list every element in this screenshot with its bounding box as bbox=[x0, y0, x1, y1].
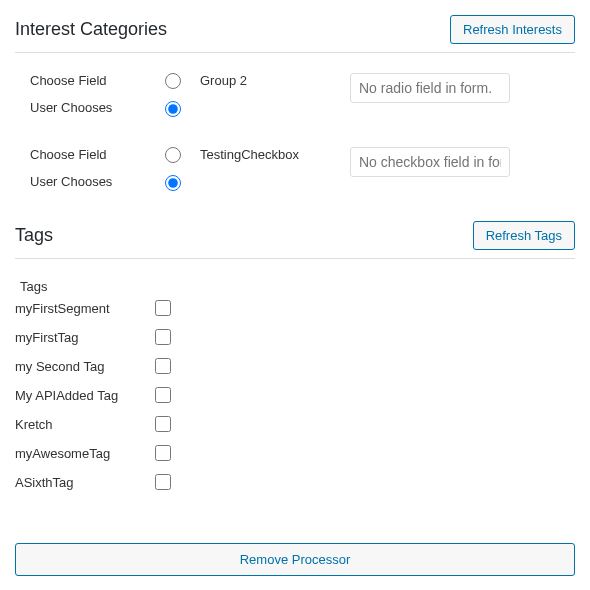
tag-label: ASixthTag bbox=[15, 475, 155, 490]
tags-section: Tags myFirstSegmentmyFirstTagmy Second T… bbox=[15, 279, 575, 490]
user-chooses-radio[interactable] bbox=[165, 101, 181, 117]
tag-row: ASixthTag bbox=[15, 474, 575, 490]
tag-checkbox[interactable] bbox=[155, 329, 171, 345]
tag-label: myFirstSegment bbox=[15, 301, 155, 316]
tag-checkbox[interactable] bbox=[155, 300, 171, 316]
tag-checkbox[interactable] bbox=[155, 445, 171, 461]
field-select-input[interactable] bbox=[350, 147, 510, 177]
tag-row: myFirstSegment bbox=[15, 300, 575, 316]
radio-column bbox=[165, 147, 200, 191]
interest-group: Choose Field User Chooses TestingCheckbo… bbox=[15, 147, 575, 191]
label-column: Choose Field User Chooses bbox=[30, 147, 165, 189]
interest-title: Interest Categories bbox=[15, 19, 167, 40]
tags-title: Tags bbox=[15, 225, 53, 246]
refresh-interests-button[interactable]: Refresh Interests bbox=[450, 15, 575, 44]
interest-header: Interest Categories Refresh Interests bbox=[15, 15, 575, 53]
tag-label: myFirstTag bbox=[15, 330, 155, 345]
tags-list: myFirstSegmentmyFirstTagmy Second TagMy … bbox=[15, 300, 575, 490]
tag-row: My APIAdded Tag bbox=[15, 387, 575, 403]
user-chooses-label: User Chooses bbox=[30, 100, 165, 115]
tag-row: Kretch bbox=[15, 416, 575, 432]
field-select-input[interactable] bbox=[350, 73, 510, 103]
tag-checkbox[interactable] bbox=[155, 387, 171, 403]
remove-processor-button[interactable]: Remove Processor bbox=[15, 543, 575, 576]
interest-group: Choose Field User Chooses Group 2 bbox=[15, 73, 575, 117]
group-name: TestingCheckbox bbox=[200, 147, 350, 162]
choose-field-radio[interactable] bbox=[165, 73, 181, 89]
tag-checkbox[interactable] bbox=[155, 358, 171, 374]
tag-checkbox[interactable] bbox=[155, 474, 171, 490]
tag-label: myAwesomeTag bbox=[15, 446, 155, 461]
radio-column bbox=[165, 73, 200, 117]
label-column: Choose Field User Chooses bbox=[30, 73, 165, 115]
choose-field-label: Choose Field bbox=[30, 147, 165, 162]
refresh-tags-button[interactable]: Refresh Tags bbox=[473, 221, 575, 250]
tags-column-header: Tags bbox=[15, 279, 575, 294]
tag-label: My APIAdded Tag bbox=[15, 388, 155, 403]
tag-row: myFirstTag bbox=[15, 329, 575, 345]
tag-label: my Second Tag bbox=[15, 359, 155, 374]
input-column bbox=[350, 147, 575, 177]
tag-row: my Second Tag bbox=[15, 358, 575, 374]
choose-field-label: Choose Field bbox=[30, 73, 165, 88]
user-chooses-radio[interactable] bbox=[165, 175, 181, 191]
tag-label: Kretch bbox=[15, 417, 155, 432]
user-chooses-label: User Chooses bbox=[30, 174, 165, 189]
input-column bbox=[350, 73, 575, 103]
tag-row: myAwesomeTag bbox=[15, 445, 575, 461]
tags-header: Tags Refresh Tags bbox=[15, 221, 575, 259]
tag-checkbox[interactable] bbox=[155, 416, 171, 432]
choose-field-radio[interactable] bbox=[165, 147, 181, 163]
group-name: Group 2 bbox=[200, 73, 350, 88]
